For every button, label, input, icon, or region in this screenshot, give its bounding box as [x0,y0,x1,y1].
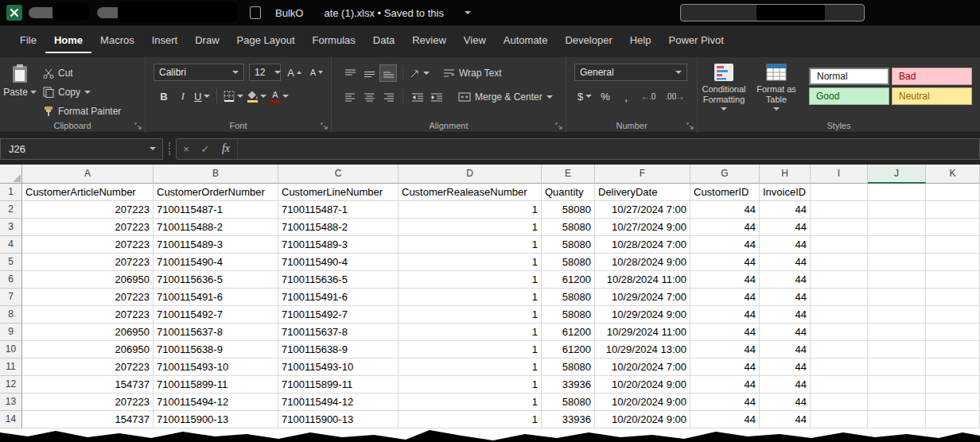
cell-C13[interactable]: 7100115494-12 [278,394,399,411]
cell-I8[interactable] [811,306,868,324]
name-box[interactable]: J26 [0,138,163,160]
row-header-1[interactable]: 1 [0,184,22,201]
grow-font-button[interactable]: A [286,64,303,81]
font-color-button[interactable]: A [269,87,290,105]
cell-D7[interactable]: 1 [399,289,542,306]
cell-J13[interactable] [868,394,926,411]
enter-button[interactable]: ✓ [196,143,215,155]
cell-K9[interactable] [926,324,980,341]
menu-tab-power-pivot[interactable]: Power Pivot [659,29,732,53]
cell-I9[interactable] [811,324,868,341]
cell-F3[interactable]: 10/27/2024 9:00 [595,219,690,236]
clipboard-dialog-launcher[interactable] [134,122,142,130]
row-header-14[interactable]: 14 [0,411,22,428]
cell-J3[interactable] [868,219,926,236]
align-middle-button[interactable] [360,64,378,82]
cell-I5[interactable] [811,254,868,271]
cell-C4[interactable]: 7100115489-3 [278,236,399,254]
cell-D4[interactable]: 1 [399,236,542,254]
cell-K4[interactable] [926,236,980,254]
cell-B2[interactable]: 7100115487-1 [154,201,278,219]
cell-I10[interactable] [811,341,868,359]
menu-tab-macros[interactable]: Macros [91,29,143,53]
orientation-button[interactable] [409,64,430,82]
cell-E8[interactable]: 58080 [542,306,595,324]
cell-J8[interactable] [868,306,926,324]
cell-J4[interactable] [868,236,926,254]
cell-H12[interactable]: 44 [760,376,811,394]
cell-J7[interactable] [868,289,926,306]
cell-H1[interactable]: InvoiceID [760,184,811,201]
bold-button[interactable]: B [155,87,173,105]
cell-C12[interactable]: 7100115899-11 [278,376,399,394]
cell-G8[interactable]: 44 [690,306,760,324]
column-header-F[interactable]: F [595,165,690,184]
cell-F12[interactable]: 10/20/2024 9:00 [595,376,690,394]
cell-H7[interactable]: 44 [760,289,811,306]
cell-H9[interactable]: 44 [760,324,811,341]
cell-I6[interactable] [811,271,868,289]
column-header-C[interactable]: C [278,165,399,184]
select-all-button[interactable] [0,165,22,184]
cell-E3[interactable]: 58080 [542,219,595,236]
cell-J12[interactable] [868,376,926,394]
cell-J10[interactable] [868,341,926,359]
cell-F6[interactable]: 10/28/2024 11:00 [595,271,690,289]
cell-C8[interactable]: 7100115492-7 [278,306,399,324]
cell-C5[interactable]: 7100115490-4 [278,254,399,271]
cell-A11[interactable]: 207223 [22,359,154,376]
alignment-dialog-launcher[interactable] [555,122,562,130]
cell-D11[interactable]: 1 [399,359,542,376]
cell-C7[interactable]: 7100115491-6 [278,289,399,306]
cell-A9[interactable]: 206950 [22,324,154,341]
format-painter-button[interactable]: Format Painter [40,103,124,120]
column-header-G[interactable]: G [690,165,760,184]
cell-H13[interactable]: 44 [760,394,811,411]
cell-F7[interactable]: 10/29/2024 7:00 [595,289,690,306]
cell-A3[interactable]: 207223 [22,219,154,236]
cell-I4[interactable] [811,236,868,254]
cell-C3[interactable]: 7100115488-2 [278,219,399,236]
cell-K2[interactable] [926,201,980,219]
column-header-K[interactable]: K [926,165,980,184]
cell-C6[interactable]: 7100115636-5 [278,271,399,289]
percent-style-button[interactable]: % [597,87,614,105]
cell-A7[interactable]: 207223 [22,289,154,306]
cell-D9[interactable]: 1 [399,324,542,341]
align-center-button[interactable] [360,88,378,106]
row-header-8[interactable]: 8 [0,306,22,324]
style-good[interactable]: Good [809,87,889,105]
cell-K7[interactable] [926,289,980,306]
chevron-down-icon[interactable] [465,11,471,14]
cell-E2[interactable]: 58080 [542,201,595,219]
menu-tab-data[interactable]: Data [364,29,403,53]
cell-B10[interactable]: 7100115638-9 [154,341,278,359]
cell-G12[interactable]: 44 [690,376,760,394]
cell-K1[interactable] [926,184,980,201]
row-header-3[interactable]: 3 [0,219,22,236]
cell-D8[interactable]: 1 [399,306,542,324]
paste-button[interactable]: Paste [0,57,40,120]
menu-tab-home[interactable]: Home [45,29,91,53]
cell-J9[interactable] [868,324,926,341]
borders-button[interactable] [223,87,244,105]
align-right-button[interactable] [379,88,397,106]
comma-style-button[interactable]: , [617,87,635,105]
cell-E7[interactable]: 58080 [542,289,595,306]
cell-E1[interactable]: Quantity [542,184,595,201]
cell-B13[interactable]: 7100115494-12 [154,394,278,411]
cell-G14[interactable]: 44 [690,411,760,428]
cell-K14[interactable] [926,411,980,428]
decrease-indent-button[interactable] [409,88,426,106]
cell-E4[interactable]: 58080 [542,236,595,254]
cell-B3[interactable]: 7100115488-2 [154,219,278,236]
cell-J2[interactable] [868,201,926,219]
cell-G9[interactable]: 44 [690,324,760,341]
cell-E6[interactable]: 61200 [542,271,595,289]
cell-E9[interactable]: 61200 [542,324,595,341]
row-header-12[interactable]: 12 [0,376,22,394]
row-header-9[interactable]: 9 [0,324,22,341]
row-header-11[interactable]: 11 [0,359,22,376]
cell-J14[interactable] [868,411,926,428]
row-header-13[interactable]: 13 [0,394,22,411]
